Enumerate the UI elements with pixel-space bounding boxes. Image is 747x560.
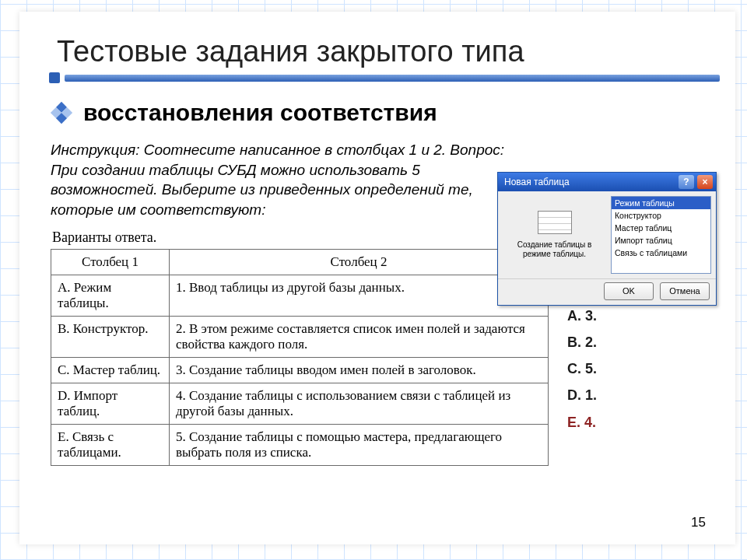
answer-key-item: D. 1.: [567, 382, 612, 408]
col2-header: Столбец 2: [170, 249, 549, 275]
ok-button[interactable]: OK: [604, 282, 654, 300]
page-title: Тестовые задания закрытого типа: [57, 35, 704, 68]
table-row: D. Импорт таблиц.4. Создание таблицы с и…: [51, 383, 549, 424]
answers-block: Варианты ответа. Столбец 1 Столбец 2 A. …: [51, 229, 549, 466]
table-row: E. Связь с таблицами.5. Создание таблицы…: [51, 424, 549, 465]
answer-key-item: E. 4.: [567, 409, 612, 436]
table-icon: [538, 211, 572, 234]
table-row: C. Мастер таблиц.3. Создание таблицы вво…: [51, 357, 549, 383]
new-table-dialog: Новая таблица ? × Создание таблицы в реж…: [497, 172, 717, 306]
subtitle-row: восстановления соответствия: [54, 100, 704, 126]
dialog-caption: Создание таблицы в режиме таблицы.: [503, 240, 606, 259]
answers-table: Столбец 1 Столбец 2 A. Режим таблицы.1. …: [51, 249, 549, 466]
dialog-titlebar[interactable]: Новая таблица ? ×: [498, 173, 716, 191]
list-item[interactable]: Мастер таблиц: [612, 222, 710, 234]
list-item[interactable]: Конструктор: [612, 209, 710, 222]
list-item[interactable]: Импорт таблиц: [612, 234, 710, 247]
table-header-row: Столбец 1 Столбец 2: [51, 249, 549, 275]
table-row: B. Конструктор.2. В этом режиме составля…: [51, 316, 549, 357]
dialog-mode-list[interactable]: Режим таблицы Конструктор Мастер таблиц …: [611, 196, 711, 274]
instruction-text: Инструкция: Соотнесите написанное в стол…: [51, 140, 517, 220]
title-rule: [51, 75, 704, 82]
answer-key-item: A. 3.: [567, 303, 612, 329]
answer-key-item: B. 2.: [567, 329, 612, 355]
close-icon[interactable]: ×: [697, 175, 713, 189]
list-item[interactable]: Связь с таблицами: [612, 247, 710, 259]
table-row: A. Режим таблицы.1. Ввод таблицы из друг…: [51, 275, 549, 316]
dialog-preview-pane: Создание таблицы в режиме таблицы.: [498, 191, 611, 278]
cancel-button[interactable]: Отмена: [660, 282, 710, 300]
subtitle: восстановления соответствия: [83, 100, 437, 126]
dialog-title: Новая таблица: [501, 177, 675, 187]
list-item[interactable]: Режим таблицы: [612, 197, 710, 209]
col1-header: Столбец 1: [51, 249, 170, 275]
slide: Тестовые задания закрытого типа восстано…: [19, 12, 735, 544]
answers-caption: Варианты ответа.: [52, 229, 549, 246]
answer-key-item: C. 5.: [567, 355, 612, 382]
help-icon[interactable]: ?: [679, 175, 694, 189]
page-number: 15: [691, 515, 706, 530]
diamond-bullet-icon: [51, 102, 72, 124]
